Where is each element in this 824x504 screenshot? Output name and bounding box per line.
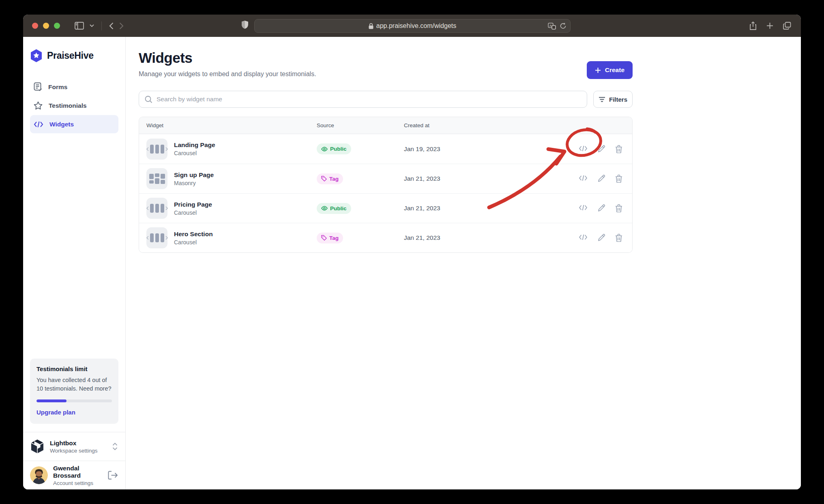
embed-code-button[interactable]	[579, 175, 588, 183]
source-badge: Public	[317, 203, 351, 214]
new-tab-icon[interactable]	[766, 22, 773, 29]
edit-button[interactable]	[597, 175, 605, 183]
search-input[interactable]	[157, 96, 581, 103]
chevron-updown-icon[interactable]	[112, 442, 118, 451]
chevron-right-icon	[165, 236, 168, 240]
tab-overview-icon[interactable]	[783, 22, 791, 30]
close-window-button[interactable]	[32, 23, 38, 29]
source-badge-label: Tag	[329, 235, 339, 241]
sidebar-item-testimonials[interactable]: Testimonials	[30, 96, 118, 115]
browser-window: app.praisehive.com/widgets A	[23, 15, 801, 489]
forms-icon	[34, 82, 42, 92]
filters-button[interactable]: Filters	[593, 91, 633, 108]
widget-name: Hero Section	[174, 231, 213, 238]
table-row[interactable]: Landing Page Carousel Public Jan 19, 202…	[139, 134, 632, 164]
source-badge: Tag	[317, 233, 343, 243]
widget-thumbnail	[146, 168, 167, 189]
toggle-sidebar-icon[interactable]	[75, 22, 84, 30]
workspace-switcher[interactable]: Lightbox Workspace settings	[23, 432, 125, 461]
source-badge-label: Tag	[329, 176, 339, 182]
created-at: Jan 21, 2023	[404, 175, 579, 182]
filters-button-label: Filters	[609, 96, 627, 103]
trash-icon	[615, 175, 622, 183]
widget-type: Carousel	[174, 209, 212, 216]
sidebar-item-label: Forms	[48, 83, 67, 91]
filter-icon	[599, 97, 605, 102]
embed-code-button[interactable]	[579, 204, 588, 212]
embed-code-button[interactable]	[579, 145, 588, 153]
widgets-table: Widget Source Created at	[139, 117, 633, 253]
widget-name: Landing Page	[174, 141, 215, 149]
upgrade-plan-link[interactable]: Upgrade plan	[36, 409, 75, 416]
share-icon[interactable]	[749, 21, 757, 30]
column-header-source: Source	[317, 122, 404, 128]
delete-button[interactable]	[615, 145, 622, 153]
widget-name: Sign up Page	[174, 171, 214, 179]
edit-button[interactable]	[597, 145, 605, 153]
account-name: Gwendal Brossard	[53, 465, 108, 479]
workspace-name: Lightbox	[50, 440, 112, 447]
address-bar[interactable]: app.praisehive.com/widgets A	[254, 19, 571, 33]
account-row[interactable]: Gwendal Brossard Account settings	[23, 461, 125, 489]
toolbar-divider	[101, 21, 102, 30]
forward-button	[119, 22, 124, 30]
page-subtitle: Manage your widgets to embed and display…	[139, 70, 316, 78]
delete-button[interactable]	[615, 175, 622, 183]
lightbox-cube-icon	[30, 439, 45, 454]
zoom-window-button[interactable]	[54, 23, 60, 29]
sidebar-item-forms[interactable]: Forms	[30, 78, 118, 96]
created-at: Jan 21, 2023	[404, 205, 579, 212]
create-button[interactable]: Create	[587, 61, 633, 79]
delete-button[interactable]	[615, 204, 622, 212]
widget-thumbnail	[146, 139, 167, 160]
widget-thumbnail	[146, 227, 167, 248]
trash-icon	[615, 234, 622, 242]
avatar	[30, 466, 48, 484]
edit-button[interactable]	[597, 234, 605, 242]
logout-icon[interactable]	[108, 471, 118, 480]
edit-button[interactable]	[597, 204, 605, 212]
pencil-icon	[597, 204, 605, 212]
url-text: app.praisehive.com/widgets	[376, 22, 456, 30]
column-header-widget: Widget	[146, 122, 317, 128]
table-row[interactable]: Hero Section Carousel Tag Jan 21, 2023	[139, 223, 632, 252]
testimonials-icon	[34, 101, 43, 110]
source-badge-label: Public	[330, 205, 347, 211]
chevron-left-icon	[146, 147, 149, 151]
tag-icon	[321, 176, 327, 182]
reload-icon[interactable]	[560, 23, 566, 29]
table-header: Widget Source Created at	[139, 117, 632, 134]
back-button[interactable]	[109, 22, 114, 30]
sidebar-item-widgets[interactable]: Widgets	[30, 115, 118, 133]
privacy-shield-icon[interactable]	[241, 20, 249, 29]
praisehive-logo-icon	[30, 49, 43, 62]
delete-button[interactable]	[615, 234, 622, 242]
account-subtitle: Account settings	[53, 480, 108, 486]
widget-thumbnail	[146, 198, 167, 219]
main-content: Widgets Manage your widgets to embed and…	[126, 37, 801, 489]
source-badge-label: Public	[330, 146, 347, 152]
page-title: Widgets	[139, 50, 316, 66]
limit-progress-bar	[36, 399, 112, 402]
chevron-down-icon[interactable]	[90, 24, 94, 27]
embed-code-button[interactable]	[579, 234, 588, 242]
code-icon	[579, 175, 588, 182]
pencil-icon	[597, 145, 605, 153]
widget-type: Carousel	[174, 150, 215, 156]
table-row[interactable]: Sign up Page Masonry Tag Jan 21, 2023	[139, 164, 632, 193]
brand-name: PraiseHive	[47, 50, 94, 61]
source-badge: Public	[317, 143, 351, 154]
minimize-window-button[interactable]	[43, 23, 49, 29]
create-button-label: Create	[605, 66, 624, 74]
translate-icon[interactable]: A	[548, 23, 556, 30]
tag-icon	[321, 235, 327, 241]
workspace-subtitle: Workspace settings	[50, 448, 112, 454]
limit-progress-fill	[36, 399, 67, 402]
code-icon	[579, 145, 588, 152]
trash-icon	[615, 204, 622, 212]
column-header-created: Created at	[404, 122, 622, 128]
table-row[interactable]: Pricing Page Carousel Public Jan 21, 202…	[139, 193, 632, 223]
widget-type: Masonry	[174, 180, 214, 186]
widgets-icon	[34, 121, 43, 128]
brand: PraiseHive	[30, 49, 125, 62]
